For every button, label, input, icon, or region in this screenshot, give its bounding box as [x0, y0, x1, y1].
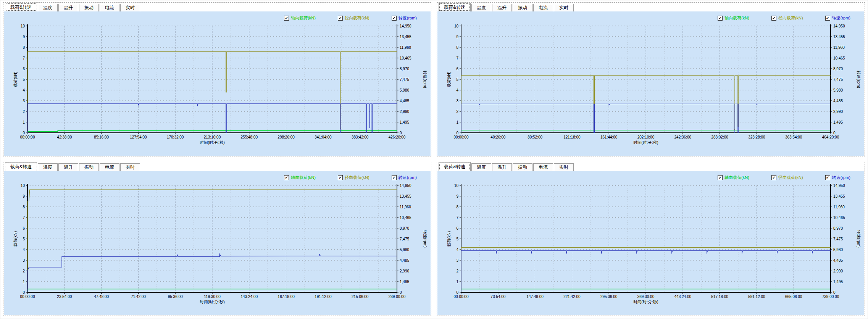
y-right-tick: 0 [833, 131, 836, 135]
y-left-tick: 7 [456, 216, 458, 220]
legend-checkbox-icon[interactable]: ✔ [718, 175, 723, 180]
tab-vibration[interactable]: 振动 [79, 163, 99, 171]
y-left-tick: 9 [456, 35, 458, 39]
y-left-tick: 9 [23, 35, 25, 39]
tab-temperature[interactable]: 温度 [471, 163, 491, 171]
x-axis-label: 时间(时:分:秒) [633, 140, 658, 145]
x-tick: 191:12:00 [315, 295, 332, 299]
legend-checkbox-icon[interactable]: ✔ [771, 16, 776, 21]
legend-checkbox-icon[interactable]: ✔ [338, 175, 343, 180]
x-tick: 71:42:00 [131, 295, 146, 299]
legend-checkbox-icon[interactable]: ✔ [392, 16, 397, 21]
y-right-tick: 0 [400, 131, 402, 135]
gridlines [461, 26, 831, 133]
tab-current[interactable]: 电流 [533, 163, 553, 171]
y-right-tick: 5,980 [833, 88, 843, 92]
y-right-tick: 5,980 [400, 88, 409, 92]
y-left-tick: 6 [456, 226, 458, 230]
legend-checkbox-icon[interactable]: ✔ [284, 175, 289, 180]
y-left-tick: 0 [23, 290, 25, 295]
tab-load-speed[interactable]: 载荷&转速 [439, 3, 471, 11]
tab-vibration[interactable]: 振动 [79, 4, 99, 11]
tab-vibration[interactable]: 振动 [513, 4, 532, 11]
load-speed-chart: 01234567891001,4952,9904,4855,9807,4758,… [437, 21, 865, 156]
legend-item-axial-load: ✔轴向载荷(kN) [718, 174, 749, 181]
x-tick: 147:48:00 [526, 295, 544, 299]
x-tick: 143:24:00 [241, 295, 258, 299]
x-tick: 85:16:00 [94, 135, 109, 139]
tab-realtime[interactable]: 实时 [120, 4, 140, 11]
y-left-tick: 10 [21, 24, 25, 28]
y-left-tick: 8 [23, 45, 25, 50]
x-tick: 591:12:00 [748, 295, 765, 299]
y-right-tick: 14,950 [400, 184, 411, 188]
legend-label: 轴向载荷(kN) [291, 175, 316, 180]
tab-current[interactable]: 电流 [533, 4, 553, 11]
dashboard-grid: 载荷&转速温度温升振动电流实时 ✔轴向载荷(kN)✔径向载荷(kN)✔转速(rp… [0, 0, 868, 319]
tab-load-speed[interactable]: 载荷&转速 [5, 162, 37, 171]
y-right-tick: 8,970 [400, 226, 409, 230]
y-right-tick: 8,970 [833, 67, 843, 71]
y-left-tick: 6 [456, 67, 458, 71]
y-right-tick: 0 [833, 290, 836, 295]
tab-current[interactable]: 电流 [100, 4, 119, 11]
legend-label: 轴向载荷(kN) [291, 15, 316, 21]
x-tick: 121:18:00 [563, 135, 581, 139]
y-left-tick: 10 [21, 184, 25, 188]
x-tick: 323:28:00 [748, 135, 765, 139]
tab-realtime[interactable]: 实时 [120, 163, 140, 171]
y-left-tick: 10 [454, 184, 459, 188]
legend-label: 径向载荷(kN) [778, 15, 803, 21]
x-tick: 239:00:00 [389, 295, 406, 299]
x-tick: 369:30:00 [637, 295, 655, 299]
legend-checkbox-icon[interactable]: ✔ [338, 16, 343, 21]
y-left-axis-label: 载荷(kN) [13, 231, 18, 247]
tab-temperature[interactable]: 温度 [38, 163, 58, 171]
y-right-tick: 1,495 [400, 120, 409, 124]
y-right-axis-label: 转速(rpm) [857, 71, 861, 88]
load-speed-chart: 01234567891001,4952,9904,4855,9807,4758,… [4, 21, 431, 156]
y-right-tick: 14,950 [400, 24, 411, 28]
tab-temp-rise[interactable]: 温升 [492, 4, 512, 11]
x-tick: 127:54:00 [130, 135, 147, 139]
legend-checkbox-icon[interactable]: ✔ [825, 175, 830, 180]
y-left-tick: 4 [23, 88, 25, 92]
legend-item-radial-load: ✔径向载荷(kN) [771, 15, 803, 21]
y-right-tick: 2,990 [400, 269, 409, 273]
load-speed-chart: 01234567891001,4952,9904,4855,9807,4758,… [437, 181, 865, 316]
tab-temperature[interactable]: 温度 [471, 4, 491, 11]
tab-temperature[interactable]: 温度 [38, 4, 58, 11]
y-right-tick: 13,455 [400, 194, 411, 198]
tab-vibration[interactable]: 振动 [513, 163, 532, 171]
legend-checkbox-icon[interactable]: ✔ [825, 16, 830, 21]
x-tick: 383:42:00 [352, 135, 369, 139]
legend-checkbox-icon[interactable]: ✔ [718, 16, 723, 21]
tab-realtime[interactable]: 实时 [554, 163, 574, 171]
tab-temp-rise[interactable]: 温升 [492, 163, 512, 171]
y-left-tick: 1 [456, 120, 458, 124]
axis-labels: 时间(时:分:秒)载荷(kN)转速(rpm) [13, 71, 428, 145]
y-left-tick: 9 [456, 194, 458, 198]
chart-panel-4: 载荷&转速温度温升振动电流实时 ✔轴向载荷(kN)✔径向载荷(kN)✔转速(rp… [437, 162, 865, 316]
chart-panel-2: 载荷&转速温度温升振动电流实时 ✔轴向载荷(kN)✔径向载荷(kN)✔转速(rp… [437, 2, 865, 156]
tab-load-speed[interactable]: 载荷&转速 [5, 3, 37, 11]
y-left-tick: 2 [456, 110, 458, 114]
x-tick: 00:00:00 [454, 135, 469, 139]
y-left-tick: 10 [454, 24, 459, 28]
legend-checkbox-icon[interactable]: ✔ [284, 16, 289, 21]
tab-temp-rise[interactable]: 温升 [58, 163, 78, 171]
legend-item-axial-load: ✔轴向载荷(kN) [718, 15, 749, 21]
legend-label: 径向载荷(kN) [345, 15, 369, 21]
tab-realtime[interactable]: 实时 [554, 4, 574, 11]
legend-label: 转速(rpm) [399, 175, 417, 180]
axis-labels: 时间(时:分:秒)载荷(kN)转速(rpm) [447, 71, 861, 145]
tab-load-speed[interactable]: 载荷&转速 [439, 162, 471, 171]
legend-item-axial-load: ✔轴向载荷(kN) [284, 174, 316, 181]
tab-temp-rise[interactable]: 温升 [58, 4, 78, 11]
legend-checkbox-icon[interactable]: ✔ [392, 175, 397, 180]
tab-current[interactable]: 电流 [100, 163, 119, 171]
y-left-tick: 6 [23, 67, 25, 71]
chart-panel-1: 载荷&转速温度温升振动电流实时 ✔轴向载荷(kN)✔径向载荷(kN)✔转速(rp… [3, 2, 431, 156]
y-right-tick: 1,495 [833, 120, 843, 124]
legend-checkbox-icon[interactable]: ✔ [771, 175, 776, 180]
